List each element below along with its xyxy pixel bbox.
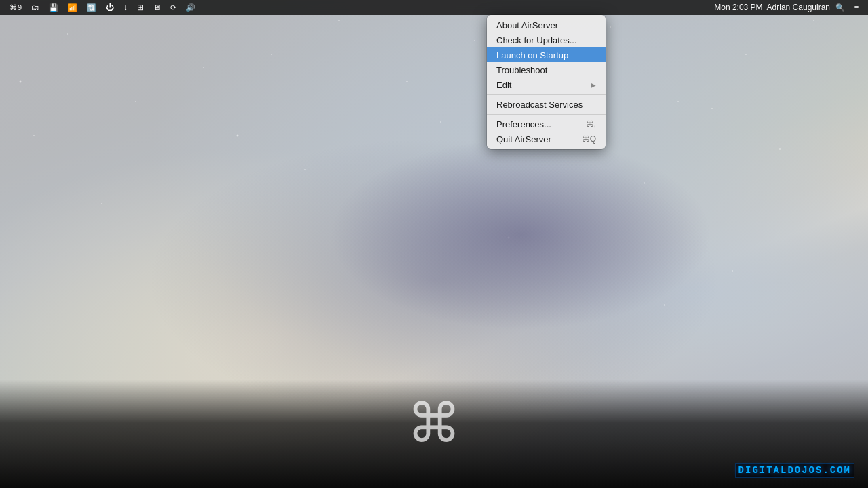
menu-item-label-rebroadcast: Rebroadcast Services — [496, 100, 596, 110]
ai-icon: ⌘ — [9, 3, 17, 12]
volume-icon: 🔊 — [186, 3, 195, 12]
menubar-item-download[interactable]: ↓ — [119, 0, 132, 15]
list-menubar-icon[interactable]: ≡ — [850, 1, 863, 14]
clock-icon: ⟳ — [170, 3, 176, 12]
menu-item-quit[interactable]: Quit AirServer⌘Q — [487, 131, 606, 146]
folder-icon: 🗂 — [31, 3, 39, 12]
context-menu: About AirServerCheck for Updates...Launc… — [487, 15, 606, 149]
menu-item-launch-startup[interactable]: Launch on Startup — [487, 47, 606, 62]
menubar-item-ai9[interactable]: ⌘ 9 — [5, 0, 26, 15]
download-icon: ↓ — [123, 3, 127, 12]
menu-shortcut-preferences: ⌘, — [586, 119, 596, 129]
menu-item-edit[interactable]: Edit▶ — [487, 77, 606, 92]
menu-arrow-edit: ▶ — [591, 81, 596, 89]
power-icon: ⏻ — [106, 3, 114, 12]
menubar-item-clock2[interactable]: ⟳ — [166, 0, 180, 15]
menu-item-troubleshoot[interactable]: Troubleshoot — [487, 62, 606, 77]
menu-item-preferences[interactable]: Preferences...⌘, — [487, 117, 606, 131]
menu-separator — [487, 94, 606, 95]
menu-item-label-preferences: Preferences... — [496, 119, 579, 129]
menubar-right: Mon 2:03 PM Adrian Cauguiran 🔍 ≡ — [714, 1, 863, 14]
menubar-item-grid[interactable]: ⊞ — [133, 0, 148, 15]
menubar-item-save[interactable]: 💾 — [45, 0, 62, 15]
screen-icon: 🖥 — [153, 3, 161, 12]
search-menubar-icon[interactable]: 🔍 — [834, 1, 846, 14]
menu-item-check-updates[interactable]: Check for Updates... — [487, 33, 606, 47]
menubar-item-wifi[interactable]: 📶 — [64, 0, 81, 15]
menu-item-about[interactable]: About AirServer — [487, 18, 606, 33]
menubar-item-power[interactable]: ⏻ — [102, 0, 118, 15]
menu-item-label-quit: Quit AirServer — [496, 134, 575, 144]
menubar-item-folder[interactable]: 🗂 — [27, 0, 43, 15]
menu-item-label-check-updates: Check for Updates... — [496, 35, 596, 45]
grid-icon: ⊞ — [137, 3, 144, 12]
menu-shortcut-quit: ⌘Q — [582, 134, 596, 144]
dojos-watermark: DIGITALDOJOS.COM — [735, 463, 854, 478]
menubar-time: Mon 2:03 PM — [714, 3, 762, 12]
menu-item-rebroadcast[interactable]: Rebroadcast Services — [487, 97, 606, 112]
menubar-user: Adrian Cauguiran — [767, 3, 830, 12]
cmd-watermark: ⌘ — [407, 396, 461, 451]
menu-item-label-about: About AirServer — [496, 20, 596, 30]
menu-item-label-launch-startup: Launch on Startup — [496, 50, 596, 60]
menubar-item-volume[interactable]: 🔊 — [182, 0, 199, 15]
save-icon: 💾 — [49, 3, 58, 12]
wifi-icon: 📶 — [68, 3, 77, 12]
menubar-item-screen[interactable]: 🖥 — [149, 0, 165, 15]
menu-item-label-troubleshoot: Troubleshoot — [496, 65, 596, 75]
menubar: ⌘ 9 🗂 💾 📶 🔃 ⏻ ↓ ⊞ 🖥 ⟳ 🔊 — [0, 0, 868, 15]
menubar-item-sync[interactable]: 🔃 — [83, 0, 100, 15]
menu-item-label-edit: Edit — [496, 80, 591, 90]
sync-icon: 🔃 — [87, 3, 96, 12]
menu-separator — [487, 114, 606, 115]
menubar-left: ⌘ 9 🗂 💾 📶 🔃 ⏻ ↓ ⊞ 🖥 ⟳ 🔊 — [5, 0, 199, 15]
